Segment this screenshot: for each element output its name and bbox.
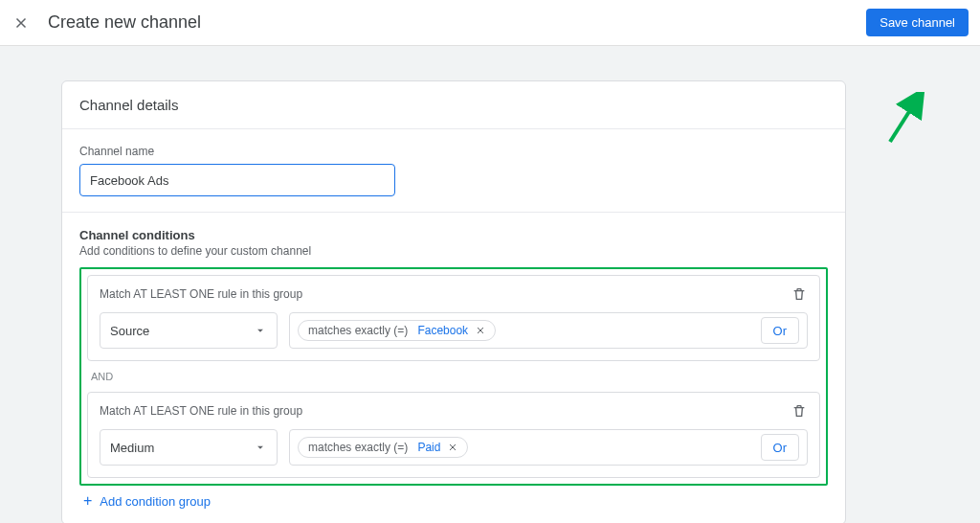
chip-value: Facebook (417, 324, 468, 337)
details-header: Channel details (62, 81, 845, 128)
add-condition-group-label: Add condition group (100, 494, 211, 509)
details-title: Channel details (79, 97, 828, 113)
chip-operator: matches exactly (=) (308, 441, 408, 454)
dimension-value: Source (110, 324, 149, 338)
and-connector: AND (87, 371, 820, 382)
or-button[interactable]: Or (761, 317, 799, 344)
page-title: Create new channel (48, 12, 201, 33)
close-icon[interactable] (11, 13, 31, 33)
condition-chip: matches exactly (=) Paid (298, 437, 468, 458)
conditions-subtitle: Add conditions to define your custom cha… (79, 244, 828, 258)
caret-down-icon (254, 441, 267, 454)
rule-row: Source matches exactly (=) Facebook (100, 312, 808, 349)
conditions-highlight: Match AT LEAST ONE rule in this group So… (79, 267, 828, 486)
channel-name-label: Channel name (79, 145, 828, 158)
chip-remove-icon[interactable] (474, 324, 487, 337)
dimension-value: Medium (110, 441, 154, 455)
trash-icon[interactable] (791, 285, 808, 303)
caret-down-icon (254, 324, 267, 337)
rule-body[interactable]: matches exactly (=) Paid Or (289, 429, 808, 466)
chip-remove-icon[interactable] (446, 441, 459, 454)
chip-operator: matches exactly (=) (308, 324, 408, 337)
svg-line-0 (890, 100, 917, 142)
condition-chip: matches exactly (=) Facebook (298, 320, 496, 341)
condition-group: Match AT LEAST ONE rule in this group So… (87, 275, 820, 361)
trash-icon[interactable] (791, 402, 808, 420)
rule-row: Medium matches exactly (=) Paid (100, 429, 808, 466)
group-title: Match AT LEAST ONE rule in this group (100, 287, 302, 301)
conditions-section: Channel conditions Add conditions to def… (62, 213, 845, 523)
dimension-select[interactable]: Source (100, 312, 278, 349)
chip-value: Paid (417, 441, 440, 454)
or-button[interactable]: Or (761, 434, 799, 461)
channel-name-section: Channel name (62, 129, 845, 212)
group-title: Match AT LEAST ONE rule in this group (100, 404, 302, 418)
add-condition-group-button[interactable]: + Add condition group (79, 486, 828, 509)
annotation-arrow-icon (884, 92, 926, 146)
channel-name-input[interactable] (79, 164, 395, 196)
channel-card: Channel details Channel name Channel con… (61, 80, 846, 523)
page-body: Channel details Channel name Channel con… (0, 46, 980, 523)
top-bar-left: Create new channel (11, 12, 201, 33)
conditions-title: Channel conditions (79, 228, 828, 242)
top-bar: Create new channel Save channel (0, 0, 980, 46)
plus-icon: + (83, 493, 92, 509)
save-channel-button[interactable]: Save channel (866, 9, 969, 36)
dimension-select[interactable]: Medium (100, 429, 278, 466)
condition-group: Match AT LEAST ONE rule in this group Me… (87, 392, 820, 478)
rule-body[interactable]: matches exactly (=) Facebook Or (289, 312, 808, 349)
